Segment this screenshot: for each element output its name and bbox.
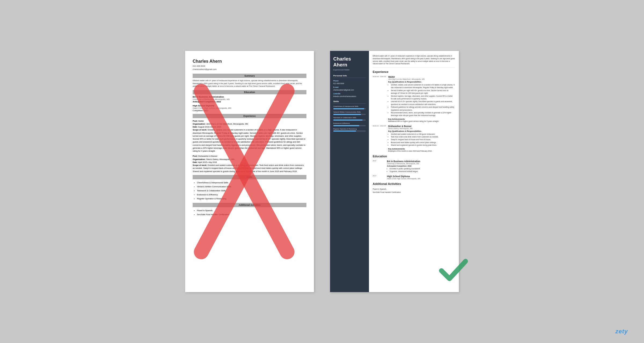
email-label: E-mail (333, 86, 366, 88)
skill-bar-1: Cheerfulness & Interpersonal Skills (333, 106, 366, 109)
right-main: Efficient waiter with 4+ years of restau… (369, 51, 459, 292)
activities-list: Fluent in Spanish. ServSafe Food Handler… (193, 208, 306, 217)
education-header: Education (193, 90, 306, 94)
skill-3: Teamwork & Collaboration Skills (197, 189, 306, 193)
linkedin-value: linkedin.com/in/charleszahern (333, 95, 366, 98)
skill-bar-4: Endurance & Efficiency (333, 122, 366, 126)
phone-label: Phone (333, 80, 366, 82)
right-edu-1: 2022 BA in Business Administration Unive… (373, 160, 455, 173)
activity-1: Fluent in Spanish. (197, 208, 306, 212)
right-resume: CharlesAhern Experienced Waiter Personal… (330, 51, 459, 292)
summary-text: Efficient waiter with 4+ years of restau… (193, 79, 306, 88)
activities-header: Additional Activities (193, 203, 306, 207)
right-exp-title: Experience (373, 70, 455, 73)
right-name: CharlesAhern (333, 56, 366, 68)
right-additional: Fluent in Spanish. ServSafe Food Handler… (373, 188, 455, 194)
personal-info-title: Personal Info (333, 74, 366, 78)
left-resume: Charles Ahern 612-408-9049 charleszahern… (185, 51, 314, 292)
skills-list: Cheerfulness & Interpersonal Skills Verb… (193, 181, 306, 201)
right-additional-title: Additional Activities (373, 182, 455, 185)
left-contact: 612-408-9049 charleszahern@gmail.com (193, 65, 306, 71)
skill-bar-3: Teamwork & Collaboration Skills (333, 117, 366, 121)
skill-4: Endurance & Efficiency (197, 193, 306, 197)
skill-bar-2: Verbal & Written Communication Skills (333, 111, 366, 115)
skill-5: Register Operation & Restocking (197, 197, 306, 201)
activity-2: ServSafe Food Handler Certification. (197, 212, 306, 217)
zety-watermark: zety (615, 328, 628, 335)
skills-header: Skills (193, 175, 306, 179)
right-edu-title: Education (373, 155, 455, 158)
right-sidebar: CharlesAhern Experienced Waiter Personal… (330, 51, 369, 292)
skill-1: Cheerfulness & Interpersonal Skills (197, 181, 306, 185)
exp-item-1: Post: Waiter Organization: Jenn Bay's on… (193, 120, 306, 153)
edu-item-1: BA in Business Administration University… (193, 96, 306, 103)
skill-2: Verbal & Written Communication Skills (197, 185, 306, 189)
left-name: Charles Ahern (193, 59, 306, 64)
skills-title: Skills (333, 100, 366, 104)
linkedin-label: LinkedIn (333, 93, 366, 95)
right-edu-2: 2017 High School Diploma Hawk Creek High… (373, 175, 455, 180)
right-exp-2: 2015-04 - 2016-07 Dishwasher & Busser St… (373, 125, 455, 152)
phone-value: 612-408-9049 (333, 82, 366, 85)
skill-bar-5: Register Operation & Restocking (333, 128, 366, 132)
email-value: charleszahern@gmail.com (333, 89, 366, 91)
right-exp-1: 2016-08 - 2020-03 Waiter Jenn Bay's on t… (373, 76, 455, 122)
experience-header: Experience (193, 114, 306, 118)
edu-item-2: High School Diploma Hawk Creek High Scho… (193, 105, 306, 112)
summary-header: Summary (193, 74, 306, 78)
exp-item-2: Post: Dishwasher & Busser Organization: … (193, 155, 306, 173)
right-tagline: Experienced Waiter (333, 69, 366, 71)
right-summary: Efficient waiter with 4+ years of restau… (373, 55, 455, 68)
